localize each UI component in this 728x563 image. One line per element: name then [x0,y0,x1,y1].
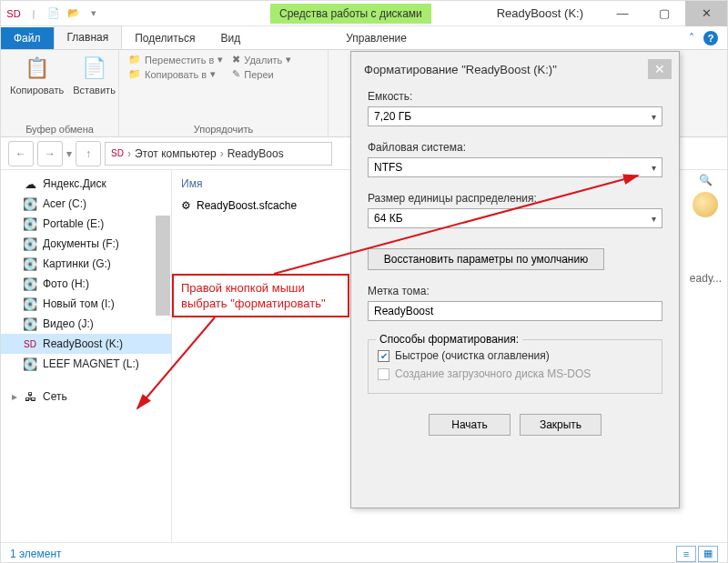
nav-item-leef[interactable]: 💽LEEF MAGNET (L:) [1,354,171,374]
context-tab-drive-tools[interactable]: Средства работы с дисками [270,4,431,24]
window-controls: — ▢ ✕ [602,1,727,26]
nav-item-pictures[interactable]: 💽Картинки (G:) [1,254,171,274]
recent-dropdown-icon[interactable]: ▾ [66,147,72,160]
chevron-down-icon: ▾ [652,214,656,224]
drive-icon: 💽 [23,276,37,291]
shell-icon [693,192,718,217]
ribbon-tabs: Файл Главная Поделиться Вид Управление ˄… [1,26,727,50]
titlebar: SD | 📄 📂 ▾ Средства работы с дисками Rea… [1,1,727,26]
chevron-right-icon: › [220,147,224,160]
annotation-callout: Правой кнопкой мыши выбрать "форматирова… [172,274,349,317]
help-icon[interactable]: ? [703,31,718,45]
restore-defaults-button[interactable]: Восстановить параметры по умолчанию [368,248,604,270]
tab-share[interactable]: Поделиться [122,27,207,49]
view-large-button[interactable]: ▦ [698,546,718,562]
msdos-checkbox: Создание загрузочного диска MS-DOS [378,367,652,380]
qat-dropdown-icon[interactable]: ▾ [86,6,101,21]
start-button[interactable]: Начать [429,414,511,436]
tab-file[interactable]: Файл [1,27,54,49]
copy-to-icon: 📁 [128,68,141,80]
nav-item-network[interactable]: ▸🖧Сеть [1,387,171,407]
item-count: 1 элемент [10,548,62,560]
breadcrumb[interactable]: SD › Этот компьютер › ReadyBoos [105,142,332,166]
forward-button[interactable]: → [37,141,63,166]
minimize-button[interactable]: — [602,1,643,26]
sep-icon: | [26,6,41,21]
copy-icon: 📋 [23,54,52,83]
format-methods-group: Способы форматирования: ✔ Быстрое (очист… [368,339,662,394]
organize-group-label: Упорядочить [128,122,318,135]
allocation-label: Размер единицы распределения: [368,192,662,205]
drive-icon: 💽 [23,317,37,331]
app-icon: SD [6,6,21,21]
nav-item-photo[interactable]: 💽Фото (H:) [1,274,171,294]
quick-format-checkbox[interactable]: ✔ Быстрое (очистка оглавления) [378,349,652,362]
filesystem-select[interactable]: NTFS ▾ [368,157,662,177]
chevron-right-icon: › [127,147,131,160]
cloud-icon: ☁ [23,176,37,191]
filesystem-value: NTFS [374,161,402,174]
open-folder-icon[interactable]: 📂 [66,6,81,21]
copy-button[interactable]: 📋 Копировать [10,54,64,96]
breadcrumb-current[interactable]: ReadyBoos [228,147,284,160]
tab-view[interactable]: Вид [207,27,253,49]
allocation-select[interactable]: 64 КБ ▾ [368,208,662,228]
delete-icon: ✖ [232,54,240,65]
drive-icon: 💽 [23,236,37,251]
nav-item-portable[interactable]: 💽Portable (E:) [1,214,171,234]
checkbox-checked-icon: ✔ [378,350,389,362]
tab-manage[interactable]: Управление [333,27,420,49]
quick-access-toolbar: SD | 📄 📂 ▾ [1,6,106,21]
drive-icon: 💽 [23,196,37,211]
new-doc-icon[interactable]: 📄 [46,6,61,21]
annotation-line1: Правой кнопкой мыши [181,281,340,297]
scrollbar-thumb[interactable] [156,216,170,316]
back-button[interactable]: ← [8,141,34,166]
ribbon-group-organize: 📁Переместить в ▾ 📁Копировать в ▾ ✖Удалит… [119,50,329,136]
chevron-down-icon: ▾ [652,163,656,173]
annotation-line2: выбрать "форматировать" [181,297,340,312]
delete-button[interactable]: ✖Удалить ▾ [232,54,291,65]
nav-item-video[interactable]: 💽Видео (J:) [1,314,171,334]
close-dialog-button[interactable]: Закрыть [520,414,602,436]
paste-icon: 📄 [80,54,109,83]
view-details-button[interactable]: ≡ [676,546,696,562]
drive-icon: 💽 [23,216,37,231]
chevron-down-icon: ▾ [652,112,656,122]
dialog-close-button[interactable]: ✕ [648,59,672,79]
volume-label-input[interactable]: ReadyBoost [368,301,662,321]
status-bar: 1 элемент ≡ ▦ [1,542,727,563]
drive-small-icon: SD [111,148,124,158]
move-to-button[interactable]: 📁Переместить в ▾ [128,54,223,65]
clipboard-group-label: Буфер обмена [10,122,109,135]
collapse-ribbon-icon[interactable]: ˄ [689,32,694,45]
close-button[interactable]: ✕ [685,1,727,26]
volume-label-value: ReadyBoost [374,305,433,317]
navigation-pane: ☁Яндекс.Диск 💽Acer (C:) 💽Portable (E:) 💽… [1,170,172,542]
nav-item-readyboost[interactable]: SDReadyBoost (K:) [1,334,171,354]
drive-icon: 💽 [23,297,37,311]
expand-icon[interactable]: ▸ [12,390,17,403]
dialog-title: Форматирование "ReadyBoost (K:)" [364,63,557,76]
move-icon: 📁 [128,54,141,65]
maximize-button[interactable]: ▢ [643,1,685,26]
methods-legend: Способы форматирования: [376,333,522,346]
rename-button[interactable]: ✎Переи [232,68,291,80]
paste-label: Вставить [73,85,116,96]
copy-to-button[interactable]: 📁Копировать в ▾ [128,68,223,80]
nav-item-acer[interactable]: 💽Acer (C:) [1,194,171,214]
nav-item-documents[interactable]: 💽Документы (F:) [1,234,171,254]
capacity-select[interactable]: 7,20 ГБ ▾ [368,106,662,126]
paste-button[interactable]: 📄 Вставить [73,54,116,96]
search-icon: 🔍 [699,174,713,186]
tab-home[interactable]: Главная [54,25,123,49]
nav-item-newvol[interactable]: 💽Новый том (I:) [1,294,171,314]
breadcrumb-this-pc[interactable]: Этот компьютер [135,147,217,160]
filesystem-label: Файловая система: [368,141,662,154]
copy-label: Копировать [10,85,64,96]
network-icon: 🖧 [23,389,37,404]
nav-item-yandex[interactable]: ☁Яндекс.Диск [1,174,171,194]
volume-label-label: Метка тома: [368,285,662,297]
up-button[interactable]: ↑ [76,141,101,166]
search-button[interactable]: 🔍 [699,174,713,186]
